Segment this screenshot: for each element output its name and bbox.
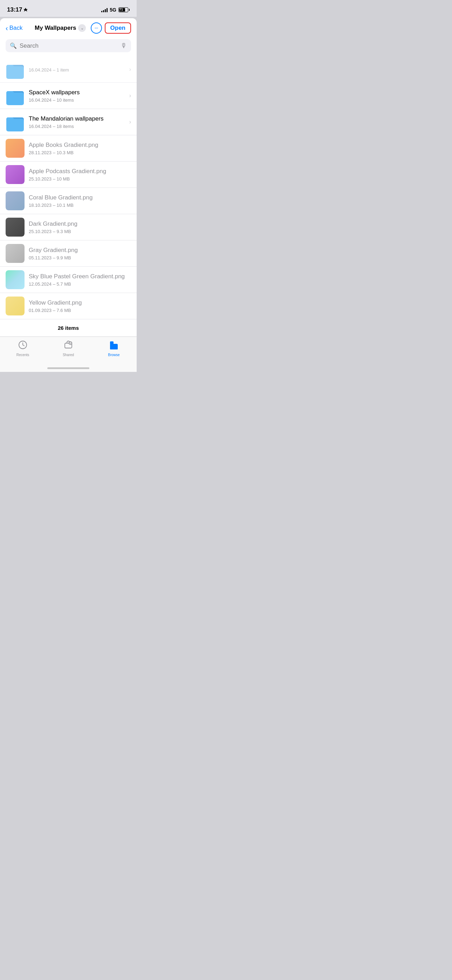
list-item[interactable]: Sky Blue Pastel Green Gradient.png 12.05… xyxy=(0,267,137,293)
more-dots-icon: ··· xyxy=(94,25,98,31)
file-date: 25.10.2023 – 9.3 MB xyxy=(29,229,131,234)
signal-bar-1 xyxy=(101,11,102,12)
tab-browse-label: Browse xyxy=(108,353,119,357)
folder-thumb xyxy=(6,60,24,79)
file-name: Coral Blue Gradient.png xyxy=(29,194,131,202)
list-item[interactable]: Gray Gradient.png 05.11.2023 – 9.9 MB xyxy=(0,240,137,267)
file-thumb xyxy=(6,139,24,158)
file-name: Gray Gradient.png xyxy=(29,247,131,254)
list-item[interactable]: The Mandalorian wallpapers 16.04.2024 – … xyxy=(0,109,137,135)
battery-label: 71 xyxy=(119,8,123,11)
file-name: SpaceX wallpapers xyxy=(29,89,126,96)
file-info: Apple Books Gradient.png 28.11.2023 – 10… xyxy=(29,141,131,155)
search-bar-container: 🔍 🎙 xyxy=(0,37,137,56)
skyblue-thumbnail xyxy=(6,270,24,289)
file-name: Apple Books Gradient.png xyxy=(29,141,131,149)
battery: 71 xyxy=(118,7,130,12)
coral-thumbnail xyxy=(6,191,24,210)
title-chevron-icon[interactable]: ⌄ xyxy=(78,24,86,32)
file-thumb xyxy=(6,296,24,315)
battery-tip xyxy=(129,9,130,11)
folder-icon xyxy=(6,113,24,131)
tab-browse[interactable]: Browse xyxy=(91,340,137,357)
file-name: Apple Podcasts Gradient.png xyxy=(29,167,131,175)
search-icon: 🔍 xyxy=(10,42,17,49)
location-icon xyxy=(24,8,28,12)
list-item[interactable]: Yellow Gradient.png 01.09.2023 – 7.6 MB xyxy=(0,293,137,319)
nav-bar: ‹ Back My Wallpapers ⌄ ··· Open xyxy=(0,18,137,37)
gray-thumbnail xyxy=(6,244,24,263)
battery-body: 71 xyxy=(118,7,128,12)
file-name: Dark Gradient.png xyxy=(29,220,131,228)
folder-thumb xyxy=(6,86,24,105)
file-date: 12.05.2024 – 5.7 MB xyxy=(29,282,131,287)
search-input[interactable] xyxy=(20,42,118,49)
open-button[interactable]: Open xyxy=(105,22,131,33)
file-info: Dark Gradient.png 25.10.2023 – 9.3 MB xyxy=(29,220,131,234)
more-button[interactable]: ··· xyxy=(91,22,102,33)
file-date: 01.09.2023 – 7.6 MB xyxy=(29,308,131,313)
svg-point-8 xyxy=(70,342,71,343)
file-date: 16.04.2024 – 10 items xyxy=(29,97,126,103)
mic-icon[interactable]: 🎙 xyxy=(121,42,127,49)
list-item[interactable]: Apple Books Gradient.png 28.11.2023 – 10… xyxy=(0,135,137,162)
file-thumb xyxy=(6,244,24,263)
file-thumb xyxy=(6,191,24,210)
file-info: SpaceX wallpapers 16.04.2024 – 10 items xyxy=(29,89,126,102)
file-thumb xyxy=(6,218,24,237)
status-right: 5G 71 xyxy=(101,7,130,13)
file-date: 16.04.2024 – 1 item xyxy=(29,67,126,73)
back-button[interactable]: ‹ Back xyxy=(6,24,30,32)
folder-thumb xyxy=(6,113,24,131)
file-info: Coral Blue Gradient.png 18.10.2023 – 10.… xyxy=(29,194,131,207)
books-thumbnail xyxy=(6,139,24,158)
app-container: ‹ Back My Wallpapers ⌄ ··· Open 🔍 🎙 xyxy=(0,18,137,372)
clock-icon xyxy=(18,340,27,352)
list-item[interactable]: Dark Gradient.png 25.10.2023 – 9.3 MB xyxy=(0,214,137,240)
browse-icon xyxy=(109,340,119,352)
signal-bar-4 xyxy=(107,8,108,12)
chevron-right-icon: › xyxy=(129,92,131,99)
file-date: 25.10.2023 – 10 MB xyxy=(29,176,131,181)
network-label: 5G xyxy=(110,7,116,13)
tab-recents[interactable]: Recents xyxy=(0,340,46,357)
nav-title: My Wallpapers xyxy=(35,24,76,32)
file-list: 16.04.2024 – 1 item › SpaceX wallpapers … xyxy=(0,56,137,336)
list-item[interactable]: SpaceX wallpapers 16.04.2024 – 10 items … xyxy=(0,83,137,109)
file-thumb xyxy=(6,165,24,184)
list-item[interactable]: Coral Blue Gradient.png 18.10.2023 – 10.… xyxy=(0,188,137,214)
shared-icon xyxy=(64,340,73,352)
home-pill xyxy=(47,368,89,369)
file-date: 05.11.2023 – 9.9 MB xyxy=(29,255,131,261)
file-name: Yellow Gradient.png xyxy=(29,299,131,307)
podcasts-thumbnail xyxy=(6,165,24,184)
file-info: Gray Gradient.png 05.11.2023 – 9.9 MB xyxy=(29,247,131,260)
file-name: Sky Blue Pastel Green Gradient.png xyxy=(29,273,131,280)
nav-actions: ··· Open xyxy=(91,22,131,33)
tab-bar: Recents Shared xyxy=(0,336,137,365)
status-time: 13:17 xyxy=(7,6,28,13)
tab-shared[interactable]: Shared xyxy=(46,340,91,357)
file-date: 18.10.2023 – 10.1 MB xyxy=(29,203,131,208)
list-item[interactable]: 16.04.2024 – 1 item › xyxy=(0,56,137,83)
home-indicator xyxy=(0,365,137,372)
folder-icon xyxy=(6,86,24,105)
file-date: 16.04.2024 – 18 items xyxy=(29,124,126,129)
file-thumb xyxy=(6,270,24,289)
list-item[interactable]: Apple Podcasts Gradient.png 25.10.2023 –… xyxy=(0,162,137,188)
back-label: Back xyxy=(10,24,23,32)
search-bar[interactable]: 🔍 🎙 xyxy=(6,39,131,52)
file-info: Sky Blue Pastel Green Gradient.png 12.05… xyxy=(29,273,131,286)
file-info: 16.04.2024 – 1 item xyxy=(29,67,126,73)
file-info: Apple Podcasts Gradient.png 25.10.2023 –… xyxy=(29,167,131,181)
file-name: The Mandalorian wallpapers xyxy=(29,115,126,123)
file-info: The Mandalorian wallpapers 16.04.2024 – … xyxy=(29,115,126,129)
dark-thumbnail xyxy=(6,218,24,237)
svg-rect-10 xyxy=(110,341,113,345)
yellow-thumbnail xyxy=(6,296,24,315)
tab-shared-label: Shared xyxy=(63,353,74,357)
chevron-right-icon: › xyxy=(129,66,131,73)
item-count: 26 items xyxy=(0,319,137,336)
nav-title-area: My Wallpapers ⌄ xyxy=(30,24,91,32)
chevron-right-icon: › xyxy=(129,119,131,125)
